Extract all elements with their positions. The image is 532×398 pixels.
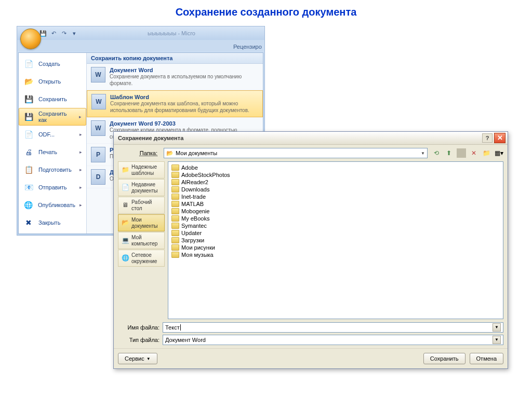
- folder-name: Downloads: [181, 186, 209, 193]
- place-my-documents[interactable]: 📂Мои документы: [118, 214, 165, 231]
- print-icon: 🖨: [23, 146, 34, 158]
- folder-item[interactable]: Моя музыка: [171, 251, 500, 258]
- option-desc: Сохранение документа как шаблона, которы…: [110, 100, 258, 114]
- new-folder-icon[interactable]: 📁: [482, 148, 491, 158]
- documents-icon: 📂: [121, 219, 129, 227]
- folder-item[interactable]: Symantec: [171, 222, 500, 229]
- place-desktop[interactable]: 🖥Рабочий стол: [118, 197, 165, 214]
- word-doc-icon: W: [91, 67, 105, 83]
- dialog-toolbar: ⟲ ⬆ ✕ 📁 ▦▾: [432, 148, 503, 158]
- page-title: Сохранение созданного документа: [0, 0, 532, 25]
- chevron-right-icon: ▸: [79, 185, 82, 190]
- folder-item[interactable]: Inet-trade: [171, 193, 500, 200]
- document-title: ыыыыыыы - Micro: [78, 30, 264, 36]
- qat-dropdown-icon[interactable]: ▾: [70, 29, 78, 37]
- menu-item-prepare[interactable]: 📋Подготовить▸: [19, 161, 86, 179]
- folder-item[interactable]: My eBooks: [171, 215, 500, 222]
- tab-review[interactable]: Рецензиро: [230, 42, 265, 51]
- folder-item[interactable]: AdobeStockPhotos: [171, 171, 500, 179]
- quick-access-toolbar: 💾 ↶ ↷ ▾: [39, 29, 78, 37]
- menu-item-close[interactable]: ✖Закрыть: [19, 214, 86, 231]
- filetype-value: Документ Word: [165, 337, 206, 343]
- folder-select[interactable]: 📂 Мои документы ▼: [164, 148, 428, 158]
- help-button[interactable]: ?: [482, 133, 493, 143]
- save-option-docx[interactable]: WДокумент WordСохранение документа в исп…: [87, 64, 263, 90]
- place-trusted-templates[interactable]: 📁Надежные шаблоны: [118, 161, 165, 179]
- filetype-select[interactable]: Документ Word▼: [163, 335, 503, 345]
- menu-item-new[interactable]: 📄Создать: [19, 55, 86, 73]
- office-menu-left: 📄Создать 📂Открыть 💾Сохранить 💾Сохранить …: [19, 53, 86, 234]
- pdf-icon: P: [91, 147, 105, 162]
- folder-icon: [171, 172, 179, 178]
- menu-item-open[interactable]: 📂Открыть: [19, 73, 86, 90]
- close-button[interactable]: ✕: [494, 133, 506, 143]
- place-network[interactable]: 🌐Сетевое окружение: [118, 250, 165, 267]
- dropdown-icon: ▼: [147, 356, 151, 361]
- places-bar: 📁Надежные шаблоны 📄Недавние документы 🖥Р…: [118, 161, 165, 319]
- place-label: Мой компьютер: [131, 235, 162, 246]
- folder-item[interactable]: Adobe: [171, 164, 500, 171]
- place-recent[interactable]: 📄Недавние документы: [118, 179, 165, 196]
- open-icon: 📂: [23, 76, 34, 87]
- folder-icon: [171, 223, 179, 229]
- text-cursor: [180, 324, 181, 331]
- cancel-button[interactable]: Отмена: [470, 353, 503, 364]
- tools-button[interactable]: Сервис▼: [118, 353, 157, 364]
- folder-icon: [171, 230, 179, 236]
- menu-item-send[interactable]: 📧Отправить▸: [19, 179, 86, 196]
- folder-icon: [171, 201, 179, 207]
- option-desc: Сохранение документа в используемом по у…: [110, 73, 259, 87]
- folder-name: Мои рисунки: [181, 244, 215, 251]
- bottom-fields: Имя файла: Текст▼ Тип файла: Документ Wo…: [118, 322, 503, 345]
- folder-item[interactable]: Мои рисунки: [171, 244, 500, 251]
- divider: [457, 148, 466, 158]
- menu-item-odf[interactable]: 📄ODF...▸: [19, 126, 86, 143]
- close-doc-icon: ✖: [23, 217, 34, 228]
- office-orb[interactable]: [20, 29, 41, 49]
- menu-item-publish[interactable]: 🌐Опубликовать▸: [19, 196, 86, 214]
- templates-icon: 📁: [121, 166, 129, 174]
- word-legacy-icon: W: [91, 120, 105, 136]
- publish-icon: 🌐: [23, 199, 34, 211]
- menu-item-save-as[interactable]: 💾Сохранить как▸: [19, 108, 86, 126]
- dropdown-icon[interactable]: ▼: [493, 336, 501, 344]
- views-icon[interactable]: ▦▾: [494, 148, 503, 158]
- folder-name: Загрузки: [181, 237, 204, 243]
- folder-item[interactable]: Updater: [171, 229, 500, 237]
- recent-icon: 📄: [121, 184, 129, 192]
- menu-item-save[interactable]: 💾Сохранить: [19, 90, 86, 108]
- save-icon: 💾: [23, 93, 34, 105]
- folder-item[interactable]: Mobogenie: [171, 208, 500, 215]
- folder-item[interactable]: Загрузки: [171, 237, 500, 244]
- folder-icon: [171, 252, 179, 258]
- menu-item-label: Закрыть: [38, 219, 60, 226]
- cancel-label: Отмена: [476, 355, 497, 362]
- menu-item-label: Открыть: [38, 78, 61, 85]
- folder-name: Updater: [181, 230, 202, 236]
- dropdown-icon[interactable]: ▼: [493, 323, 501, 332]
- file-list[interactable]: AdobeAdobeStockPhotosAlReader2DownloadsI…: [168, 161, 503, 319]
- folder-icon: [171, 194, 179, 200]
- folder-name: My eBooks: [181, 215, 209, 222]
- folder-item[interactable]: Downloads: [171, 186, 500, 193]
- undo-icon[interactable]: ↶: [49, 29, 58, 37]
- menu-item-print[interactable]: 🖨Печать▸: [19, 143, 86, 161]
- other-format-icon: D: [91, 169, 105, 185]
- up-icon[interactable]: ⬆: [444, 148, 454, 158]
- back-icon[interactable]: ⟲: [432, 148, 441, 158]
- desktop-icon: 🖥: [121, 201, 129, 210]
- folder-icon: [171, 179, 179, 185]
- computer-icon: 💻: [121, 237, 129, 245]
- menu-item-label: Опубликовать: [38, 202, 75, 208]
- save-option-template[interactable]: WШаблон WordСохранение документа как шаб…: [87, 90, 263, 117]
- save-button[interactable]: Сохранить: [423, 353, 466, 364]
- folder-item[interactable]: AlReader2: [171, 179, 500, 186]
- place-label: Мои документы: [131, 217, 162, 229]
- delete-icon[interactable]: ✕: [469, 148, 478, 158]
- folder-item[interactable]: MATLAB: [171, 200, 500, 208]
- place-my-computer[interactable]: 💻Мой компьютер: [118, 232, 165, 249]
- redo-icon[interactable]: ↷: [60, 29, 68, 37]
- folder-row: Папка: 📂 Мои документы ▼ ⟲ ⬆ ✕ 📁 ▦▾: [118, 148, 503, 158]
- folder-name: Inet-trade: [181, 194, 206, 200]
- filename-input[interactable]: Текст▼: [163, 322, 503, 333]
